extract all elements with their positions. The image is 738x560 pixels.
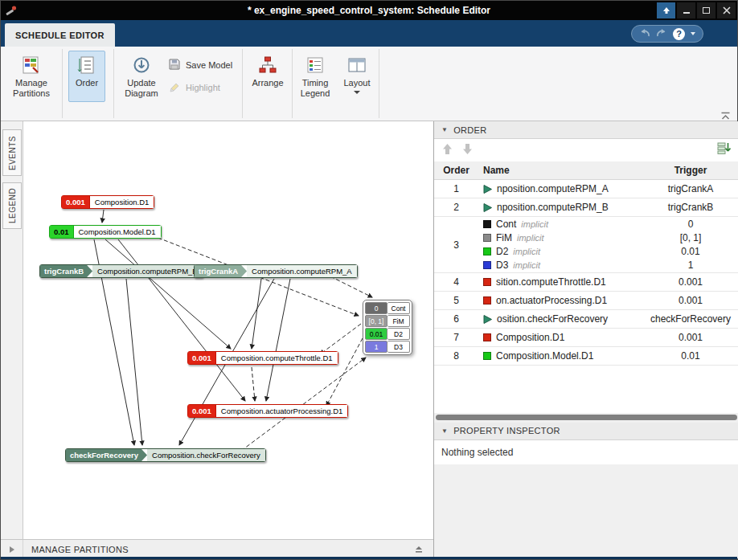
name-cell: osition.checkForRecovery	[497, 313, 608, 325]
rate-legend-node[interactable]: 0 Cont [0, 1] FiM 0.01 D2 1 D3	[363, 300, 412, 355]
name-cell: D3	[496, 260, 508, 271]
order-button[interactable]: Order	[68, 51, 105, 102]
trigger-cell: 0.001	[642, 295, 738, 306]
rate-color-icon	[483, 247, 491, 255]
trigger-partition-icon	[483, 185, 492, 194]
save-model-icon	[168, 58, 181, 72]
manage-partitions-button[interactable]: Manage Partitions	[5, 51, 58, 102]
rate-color-icon	[483, 296, 491, 305]
partition-node-compute-rpm-b[interactable]: trigCrankB Composition.computeRPM_B	[39, 264, 203, 278]
toolbar-separator	[292, 49, 293, 118]
order-cell: 7	[434, 332, 478, 343]
manage-partitions-bar[interactable]: MANAGE PARTITIONS	[1, 539, 433, 558]
expand-panel-icon[interactable]	[1, 540, 23, 558]
undo-icon[interactable]	[639, 27, 650, 41]
order-table-row[interactable]: 8 Composition.Model.D1 0.01	[434, 347, 738, 366]
update-diagram-button[interactable]: Update Diagram	[117, 51, 166, 102]
order-controls	[434, 139, 738, 161]
timing-legend-icon	[305, 54, 325, 76]
arrange-label: Arrange	[252, 78, 283, 88]
partition-node-compute-throttle[interactable]: 0.001 Composition.computeThrottle.D1	[187, 351, 338, 365]
minimize-button[interactable]	[677, 2, 695, 18]
partition-node-composition-d1[interactable]: 0.001 Composition.D1	[61, 195, 154, 209]
maximize-button[interactable]	[697, 2, 715, 18]
order-table-header: Order Name Trigger	[434, 161, 738, 180]
side-tab-legend[interactable]: LEGEND	[2, 182, 22, 229]
tab-strip: SCHEDULE EDITOR ?	[1, 20, 737, 47]
scrollbar-thumb[interactable]	[436, 415, 737, 420]
window-title: * ex_engine_speed_control_system: Schedu…	[1, 1, 737, 20]
collapse-property-inspector-icon[interactable]: ▼	[441, 427, 448, 435]
column-header-trigger[interactable]: Trigger	[642, 165, 738, 176]
sort-order-icon[interactable]	[717, 142, 731, 158]
rate-color-icon	[483, 261, 491, 269]
arrange-icon	[258, 54, 277, 76]
highlight-button[interactable]: Highlight	[168, 79, 220, 96]
partition-label: Composition.D1	[89, 196, 154, 208]
manage-partitions-bar-label: MANAGE PARTITIONS	[23, 545, 129, 554]
partition-label: Composition.computeThrottle.D1	[215, 352, 338, 364]
close-button[interactable]	[717, 2, 736, 18]
tab-schedule-editor[interactable]: SCHEDULE EDITOR	[5, 23, 115, 47]
toolbar-separator	[113, 49, 114, 118]
property-inspector-filler	[434, 464, 738, 558]
trigger-partition-icon	[483, 315, 492, 324]
order-table-row[interactable]: 3 Cont implicit FiM implicit D2	[434, 217, 738, 273]
horizontal-scrollbar[interactable]	[434, 413, 738, 423]
order-section-title: ORDER	[453, 125, 486, 135]
rate-legend-row: [0, 1] FiM	[365, 315, 410, 327]
partition-node-actuator-processing[interactable]: 0.001 Composition.actuatorProcessing.D1	[187, 404, 348, 418]
collapse-order-icon[interactable]: ▼	[441, 126, 448, 133]
highlight-icon	[168, 80, 181, 95]
column-header-name[interactable]: Name	[478, 165, 642, 176]
order-cell: 1	[434, 183, 478, 194]
order-section-header[interactable]: ▼ ORDER	[434, 121, 738, 139]
side-tab-events[interactable]: EVENTS	[2, 129, 22, 176]
titlebar[interactable]: * ex_engine_speed_control_system: Schedu…	[1, 1, 737, 20]
dock-panel-icon[interactable]	[414, 545, 433, 554]
rate-legend-row: 0 Cont	[365, 302, 410, 314]
name-cell: D2	[496, 246, 508, 257]
trigger-cell: 0.01	[642, 350, 738, 362]
layout-icon	[347, 54, 367, 76]
help-dropdown-caret-icon[interactable]	[691, 32, 695, 35]
order-table: Order Name Trigger 1 nposition.computeRP…	[434, 161, 738, 366]
partition-label: Composition.actuatorProcessing.D1	[215, 405, 348, 417]
order-table-row[interactable]: 6 osition.checkForRecovery checkForRecov…	[434, 310, 738, 329]
toolbar-separator	[379, 49, 379, 118]
implicit-entry: FiM implicit	[483, 231, 642, 245]
order-table-row[interactable]: 1 nposition.computeRPM_A trigCrankA	[434, 180, 738, 198]
arrange-button[interactable]: Arrange	[244, 51, 291, 102]
manage-partitions-label: Manage Partitions	[6, 78, 57, 99]
name-cell: on.actuatorProcessing.D1	[496, 295, 607, 306]
schedule-diagram-canvas[interactable]: 0.001 Composition.D1 0.01 Composition.Mo…	[23, 121, 433, 539]
partition-node-composition-model-d1[interactable]: 0.01 Composition.Model.D1	[49, 225, 162, 239]
order-table-row[interactable]: 7 Composition.D1 0.001	[434, 329, 738, 347]
name-cell: sition.computeThrottle.D1	[496, 276, 606, 288]
trigger-badge: checkForRecovery	[66, 449, 147, 461]
partition-node-check-for-recovery[interactable]: checkForRecovery Composition.checkForRec…	[65, 448, 266, 462]
save-model-button[interactable]: Save Model	[168, 56, 232, 74]
property-inspector-header[interactable]: ▼ PROPERTY INSPECTOR	[434, 423, 738, 440]
help-button[interactable]: ?	[673, 28, 685, 40]
update-diagram-label: Update Diagram	[118, 78, 165, 99]
right-panel: ▼ ORDER Order Name Trigger 1	[433, 121, 738, 558]
order-table-row[interactable]: 5 on.actuatorProcessing.D1 0.001	[434, 292, 738, 310]
partition-node-compute-rpm-a[interactable]: trigCrankA Composition.computeRPM_A	[194, 264, 358, 278]
layout-button[interactable]: Layout	[338, 51, 375, 102]
move-up-button[interactable]	[442, 143, 453, 158]
rate-legend-row: 1 D3	[365, 341, 410, 353]
order-table-empty-area	[434, 366, 738, 413]
redo-icon[interactable]	[656, 27, 667, 41]
column-header-order[interactable]: Order	[434, 165, 478, 176]
timing-legend-button[interactable]: Timing Legend	[295, 51, 335, 102]
shade-window-button[interactable]	[657, 2, 675, 18]
toolbar: Manage Partitions Order Update Diagram S…	[1, 47, 737, 121]
rate-name: FiM	[387, 315, 410, 327]
order-table-row[interactable]: 4 sition.computeThrottle.D1 0.001	[434, 273, 738, 292]
order-table-row[interactable]: 2 nposition.computeRPM_B trigCrankB	[434, 198, 738, 217]
layout-dropdown-caret-icon	[354, 91, 360, 94]
implicit-entry: Cont implicit	[483, 218, 642, 231]
order-label: Order	[76, 78, 98, 88]
move-down-button[interactable]	[462, 143, 473, 158]
